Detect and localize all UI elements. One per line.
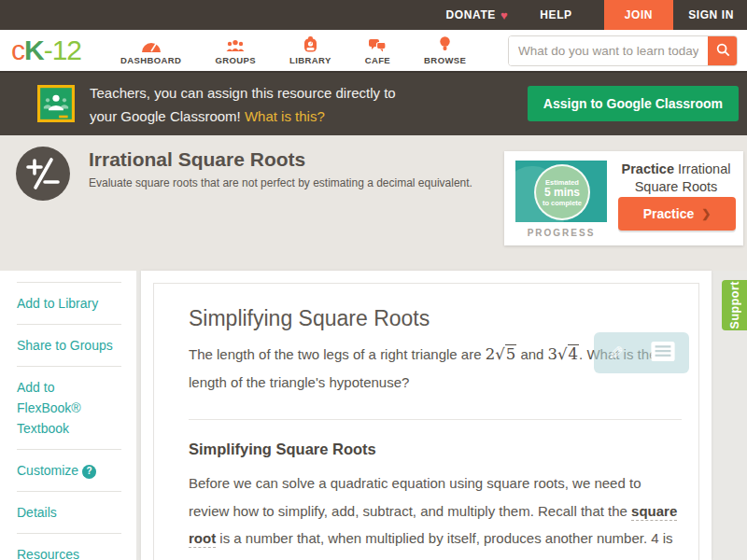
- nav-item-library[interactable]: LIBRARY: [289, 36, 331, 65]
- chat-icon: [369, 36, 386, 52]
- logo-12: -12: [44, 35, 81, 65]
- nav-items: DASHBOARD GROUPS LIBRARY CAFE: [120, 36, 466, 65]
- backpack-icon: [303, 36, 317, 52]
- body-paragraph: Before we can solve a quadratic equation…: [189, 469, 682, 560]
- sidebar-list: Add to Library Share to Groups Add to Fl…: [17, 282, 136, 560]
- practice-thumbnail[interactable]: Estimated 5 mins to complete: [515, 161, 607, 222]
- chevron-right-icon: ❯: [701, 207, 711, 220]
- practice-button-label: Practice: [643, 206, 694, 221]
- logo-k: K: [24, 35, 44, 65]
- donate-link[interactable]: DONATE ♥: [446, 8, 509, 22]
- google-classroom-icon: [37, 85, 75, 122]
- estimated-time-badge: Estimated 5 mins to complete: [534, 164, 590, 220]
- badge-line2: 5 mins: [544, 187, 580, 199]
- ck12-logo[interactable]: cK-12: [11, 36, 81, 64]
- sidebar-item-resources[interactable]: Resources: [17, 533, 121, 560]
- math-3-sqrt-4: 3√4: [548, 344, 580, 363]
- donate-label: DONATE: [446, 8, 496, 21]
- intro-text-and: and: [516, 346, 547, 362]
- sidebar: Add to Library Share to Groups Add to Fl…: [0, 271, 136, 560]
- nav-item-dashboard[interactable]: DASHBOARD: [120, 36, 181, 65]
- plus-minus-icon: [16, 147, 70, 204]
- page: DONATE ♥ HELP JOIN SIGN IN cK-12 DASHBOA…: [0, 0, 747, 560]
- nav-item-browse[interactable]: BROWSE: [424, 36, 466, 65]
- nav-label: CAFE: [365, 55, 390, 65]
- customize-label: Customize: [17, 463, 78, 478]
- sidebar-item-add-to-library[interactable]: Add to Library: [17, 282, 121, 324]
- body-text-2: is a number that, when multiplied by its…: [189, 530, 673, 560]
- section-divider: [189, 419, 682, 420]
- classroom-banner: Teachers, you can assign this resource d…: [0, 73, 747, 135]
- heart-icon: ♥: [500, 8, 508, 22]
- nav-item-cafe[interactable]: CAFE: [365, 36, 390, 65]
- concept-header: Irrational Square Roots Evaluate square …: [0, 135, 747, 271]
- search-button[interactable]: [708, 36, 737, 65]
- progress-label: PROGRESS: [504, 228, 618, 238]
- search-icon: [715, 42, 730, 60]
- main-card: Simplifying Square Roots The length of t…: [141, 271, 712, 560]
- sidebar-item-details[interactable]: Details: [17, 491, 121, 533]
- support-tab-label: Support: [728, 281, 741, 329]
- concept-title: Irrational Square Roots: [89, 148, 305, 171]
- practice-heading-bold: Practice: [622, 161, 674, 176]
- sidebar-item-customize[interactable]: Customize?: [17, 449, 121, 491]
- nav-label: LIBRARY: [289, 55, 331, 65]
- support-tab[interactable]: Support: [722, 280, 747, 330]
- help-circle-icon[interactable]: ?: [82, 465, 96, 479]
- join-button[interactable]: JOIN: [604, 0, 673, 30]
- banner-line2: your Google Classroom!: [90, 108, 241, 124]
- search-input[interactable]: [509, 36, 708, 65]
- search-box: [508, 35, 738, 66]
- people-icon: [225, 36, 246, 52]
- practice-button[interactable]: Practice ❯: [618, 197, 736, 231]
- nav-label: GROUPS: [215, 55, 256, 65]
- main-nav: cK-12 DASHBOARD GROUPS LIBRARY: [0, 30, 747, 73]
- note-icon[interactable]: [651, 342, 675, 365]
- concept-subtitle: Evaluate square roots that are not perfe…: [89, 176, 472, 189]
- logo-c: c: [11, 35, 24, 65]
- practice-card: Estimated 5 mins to complete PROGRESS Pr…: [504, 151, 743, 245]
- top-utility-bar: DONATE ♥ HELP JOIN SIGN IN: [0, 0, 747, 30]
- lesson-title: Simplifying Square Roots: [189, 306, 682, 331]
- sidebar-item-add-to-flexbook[interactable]: Add to FlexBook® Textbook: [17, 366, 121, 449]
- sign-in-link[interactable]: SIGN IN: [688, 8, 734, 21]
- practice-heading: Practice Irrational Square Roots: [613, 161, 740, 196]
- lightbulb-icon: [440, 36, 450, 52]
- help-link[interactable]: HELP: [540, 8, 571, 21]
- nav-label: DASHBOARD: [120, 55, 181, 65]
- what-is-this-link[interactable]: What is this?: [245, 108, 325, 124]
- banner-text: Teachers, you can assign this resource d…: [90, 81, 396, 128]
- section-title: Simplifying Square Roots: [189, 441, 682, 458]
- banner-line1: Teachers, you can assign this resource d…: [90, 85, 396, 101]
- lesson-card: Simplifying Square Roots The length of t…: [153, 283, 699, 560]
- content-region: Add to Library Share to Groups Add to Fl…: [0, 271, 747, 560]
- assign-to-classroom-button[interactable]: Assign to Google Classroom: [528, 86, 739, 121]
- nav-item-groups[interactable]: GROUPS: [215, 36, 256, 65]
- sidebar-item-share-to-groups[interactable]: Share to Groups: [17, 324, 121, 366]
- intro-text-1: The length of the two legs of a right tr…: [189, 346, 486, 362]
- badge-line3: to complete: [543, 199, 582, 207]
- gauge-icon: [142, 36, 161, 52]
- nav-label: BROWSE: [424, 55, 466, 65]
- body-text-1: Before we can solve a quadratic equation…: [189, 475, 641, 519]
- annotation-toolbar[interactable]: ✎: [594, 332, 689, 373]
- pencil-icon[interactable]: ✎: [604, 345, 627, 361]
- math-2-sqrt-5: 2√5: [486, 344, 517, 363]
